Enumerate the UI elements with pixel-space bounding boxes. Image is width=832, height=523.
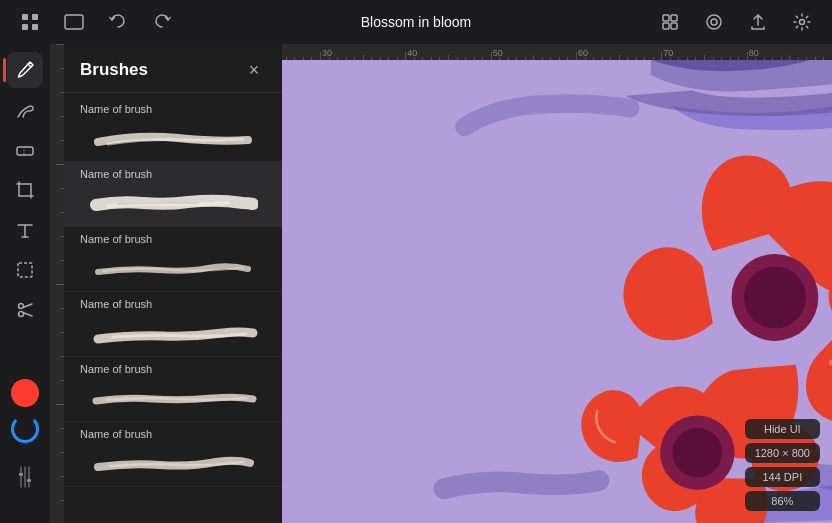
brush-name: Name of brush [80, 103, 266, 115]
export-icon[interactable] [744, 8, 772, 36]
crop-tool-button[interactable] [7, 172, 43, 208]
info-panel: Hide UI 1280 × 800 144 DPI 86% [745, 419, 820, 511]
eraser-tool-button[interactable] [7, 132, 43, 168]
gallery-grid-icon[interactable] [16, 8, 44, 36]
svg-rect-20 [27, 479, 31, 482]
text-tool-button[interactable] [7, 212, 43, 248]
left-toolbar [0, 44, 50, 523]
redo-icon[interactable] [148, 8, 176, 36]
svg-rect-4 [65, 15, 83, 29]
canvas-dimensions: 1280 × 800 [745, 443, 820, 463]
brushes-title: Brushes [80, 60, 148, 80]
svg-rect-7 [663, 23, 669, 29]
brush-item[interactable]: Name of brush [64, 97, 282, 162]
brush-name: Name of brush [80, 168, 266, 180]
brush-item[interactable]: Name of brush [64, 292, 282, 357]
color-picker-button[interactable] [11, 379, 39, 407]
layers-icon[interactable] [656, 8, 684, 36]
brush-item[interactable]: Name of brush [64, 357, 282, 422]
canvas-icon[interactable] [60, 8, 88, 36]
hide-ui-button[interactable]: Hide UI [745, 419, 820, 439]
brush-preview [80, 314, 266, 352]
svg-rect-3 [32, 24, 38, 30]
top-bar-right [656, 8, 816, 36]
canvas-dpi: 144 DPI [745, 467, 820, 487]
brushes-header: Brushes × [64, 44, 282, 93]
brush-preview [80, 184, 266, 222]
canvas-area[interactable]: (function() { const ruler = document.que… [64, 44, 832, 523]
brush-preview [80, 249, 266, 287]
svg-rect-12 [17, 147, 33, 155]
svg-rect-0 [22, 14, 28, 20]
brush-item[interactable]: Name of brush [64, 422, 282, 487]
brush-name: Name of brush [80, 233, 266, 245]
active-indicator [3, 58, 6, 82]
svg-rect-8 [671, 23, 677, 29]
brush-preview [80, 119, 266, 157]
undo-icon[interactable] [104, 8, 132, 36]
scissors-tool-button[interactable] [7, 292, 43, 328]
brushes-list: Name of brush Name of brush [64, 93, 282, 523]
brush-name: Name of brush [80, 428, 266, 440]
svg-point-25 [672, 428, 722, 478]
vertical-ruler: (function() { const ruler = document.que… [50, 44, 64, 523]
brush-tool-button[interactable] [7, 52, 43, 88]
slider-icon[interactable] [11, 447, 39, 507]
top-bar-left [16, 8, 176, 36]
canvas-title: Blossom in bloom [361, 14, 472, 30]
brush-item[interactable]: Name of brush [64, 227, 282, 292]
progress-circle[interactable] [11, 415, 39, 443]
brush-name: Name of brush [80, 298, 266, 310]
svg-rect-2 [22, 24, 28, 30]
svg-rect-13 [18, 263, 32, 277]
smudge-tool-button[interactable] [7, 92, 43, 128]
svg-rect-19 [19, 473, 23, 476]
svg-point-11 [800, 20, 805, 25]
brushes-panel: Brushes × Name of brush Name of b [64, 44, 282, 523]
preview-icon[interactable] [700, 8, 728, 36]
top-bar: Blossom in bloom [0, 0, 832, 44]
main-area: (function() { const ruler = document.que… [0, 44, 832, 523]
svg-point-23 [744, 266, 806, 328]
brush-name: Name of brush [80, 363, 266, 375]
brush-item[interactable]: Name of brush [64, 162, 282, 227]
svg-point-9 [707, 15, 721, 29]
brushes-close-button[interactable]: × [242, 58, 266, 82]
svg-rect-5 [663, 15, 669, 21]
svg-rect-1 [32, 14, 38, 20]
selection-tool-button[interactable] [7, 252, 43, 288]
svg-point-10 [711, 19, 717, 25]
canvas-zoom: 86% [745, 491, 820, 511]
svg-rect-6 [671, 15, 677, 21]
brush-preview [80, 444, 266, 482]
brush-preview [80, 379, 266, 417]
settings-icon[interactable] [788, 8, 816, 36]
